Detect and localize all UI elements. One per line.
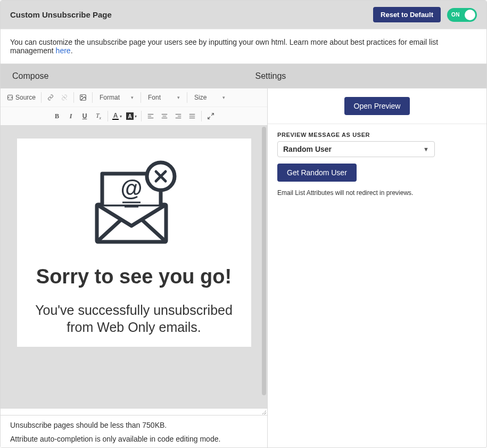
font-label: Font: [148, 94, 161, 101]
compose-column: Source Format ▾: [1, 88, 268, 447]
preview-user-label: PREVIEW MESSAGE AS USER: [277, 132, 477, 138]
toolbar-row-2: B I U Tx A▾ A▾: [1, 107, 267, 125]
bg-color-button[interactable]: A▾: [124, 109, 139, 123]
reset-default-button[interactable]: Reset to Default: [373, 7, 441, 22]
svg-point-3: [81, 96, 82, 97]
text-color-button[interactable]: A▾: [110, 109, 124, 123]
settings-note: Email List Attributes will not redirect …: [277, 189, 477, 197]
source-label: Source: [15, 94, 36, 101]
link-button[interactable]: [44, 91, 57, 104]
format-select[interactable]: Format ▾: [95, 91, 138, 104]
clear-format-button[interactable]: Tx: [92, 109, 105, 123]
text-color-icon: A: [112, 112, 119, 120]
editor-toolbar: Source Format ▾: [1, 88, 267, 126]
align-center-icon: [161, 112, 168, 120]
settings-body: PREVIEW MESSAGE AS USER Random User ▼ Ge…: [268, 124, 486, 204]
preview-canvas: @: [17, 139, 251, 347]
preview-user-value: Random User: [283, 145, 332, 153]
info-link[interactable]: here: [56, 46, 71, 55]
preview-user-select[interactable]: Random User ▼: [277, 141, 435, 157]
editor-canvas-area[interactable]: @: [1, 126, 267, 408]
bold-button[interactable]: B: [50, 109, 64, 123]
vertical-scrollbar[interactable]: [262, 127, 266, 395]
tab-settings[interactable]: Settings: [244, 64, 487, 88]
toolbar-row-1: Source Format ▾: [1, 88, 267, 107]
unlink-button[interactable]: [57, 91, 71, 104]
info-text: You can customize the unsubscribe page y…: [10, 38, 438, 55]
panel-body: Source Format ▾: [1, 88, 486, 447]
align-justify-icon: [188, 112, 196, 120]
hints-area: Unsubscribe pages should be less than 75…: [1, 416, 267, 447]
resize-handle[interactable]: [1, 408, 267, 416]
hint-size: Unsubscribe pages should be less than 75…: [10, 421, 258, 429]
open-preview-button[interactable]: Open Preview: [344, 97, 410, 115]
format-label: Format: [100, 94, 120, 101]
align-justify-button[interactable]: [185, 109, 199, 123]
clear-format-icon: Tx: [96, 112, 101, 120]
separator: [141, 111, 142, 121]
canvas-heading: Sorry to see you go!: [28, 265, 241, 289]
info-text-after: .: [71, 46, 73, 55]
tab-compose[interactable]: Compose: [1, 64, 244, 88]
separator: [108, 111, 108, 121]
info-banner: You can customize the unsubscribe page y…: [1, 29, 486, 64]
source-button[interactable]: Source: [4, 91, 39, 104]
italic-icon: I: [70, 112, 72, 120]
maximize-icon: [207, 112, 214, 120]
align-left-icon: [147, 112, 154, 120]
toggle-label: ON: [451, 12, 460, 18]
panel-title: Custom Unsubscribe Page: [10, 10, 112, 19]
svg-line-17: [208, 117, 210, 119]
align-right-icon: [175, 112, 182, 120]
separator: [92, 92, 93, 103]
canvas-subtext: You've successfully unsubscribed from We…: [28, 302, 241, 336]
bold-icon: B: [55, 112, 59, 120]
chevron-down-icon: ▾: [120, 114, 122, 119]
chevron-down-icon: ▾: [222, 95, 225, 100]
settings-preview-row: Open Preview: [268, 88, 486, 124]
svg-text:@: @: [120, 176, 142, 201]
get-random-user-button[interactable]: Get Random User: [277, 164, 357, 182]
chevron-down-icon: ▾: [131, 95, 134, 100]
font-select[interactable]: Font ▾: [143, 91, 185, 104]
size-label: Size: [194, 94, 207, 101]
separator: [73, 92, 74, 103]
envelope-icon: @: [86, 158, 182, 248]
svg-line-16: [211, 113, 213, 116]
hint-autocomplete: Attribute auto-completion is only availa…: [10, 435, 258, 443]
separator: [141, 92, 141, 103]
underline-button[interactable]: U: [78, 109, 92, 123]
chevron-down-icon: ▾: [177, 95, 180, 100]
separator: [201, 111, 202, 121]
separator: [41, 92, 42, 103]
envelope-illustration: @: [86, 158, 182, 250]
italic-button[interactable]: I: [64, 109, 78, 123]
enable-toggle[interactable]: ON: [447, 8, 477, 22]
tab-bar: Compose Settings: [1, 64, 486, 88]
image-button[interactable]: [76, 91, 90, 104]
maximize-button[interactable]: [204, 109, 218, 123]
underline-icon: U: [82, 112, 87, 120]
align-right-button[interactable]: [171, 109, 185, 123]
link-icon: [47, 94, 54, 101]
header-actions: Reset to Default ON: [373, 7, 477, 22]
align-left-button[interactable]: [144, 109, 158, 123]
size-select[interactable]: Size ▾: [189, 91, 230, 104]
unsubscribe-panel: Custom Unsubscribe Page Reset to Default…: [0, 0, 487, 448]
unlink-icon: [61, 94, 68, 101]
panel-header: Custom Unsubscribe Page Reset to Default…: [1, 1, 486, 29]
chevron-down-icon: ▾: [135, 114, 137, 119]
image-icon: [79, 94, 87, 101]
align-center-button[interactable]: [158, 109, 171, 123]
separator: [187, 92, 187, 103]
settings-column: Open Preview PREVIEW MESSAGE AS USER Ran…: [268, 88, 486, 447]
chevron-down-icon: ▼: [423, 146, 429, 152]
source-icon: [7, 94, 13, 101]
bg-color-icon: A: [126, 112, 134, 120]
toggle-knob: [465, 10, 475, 20]
